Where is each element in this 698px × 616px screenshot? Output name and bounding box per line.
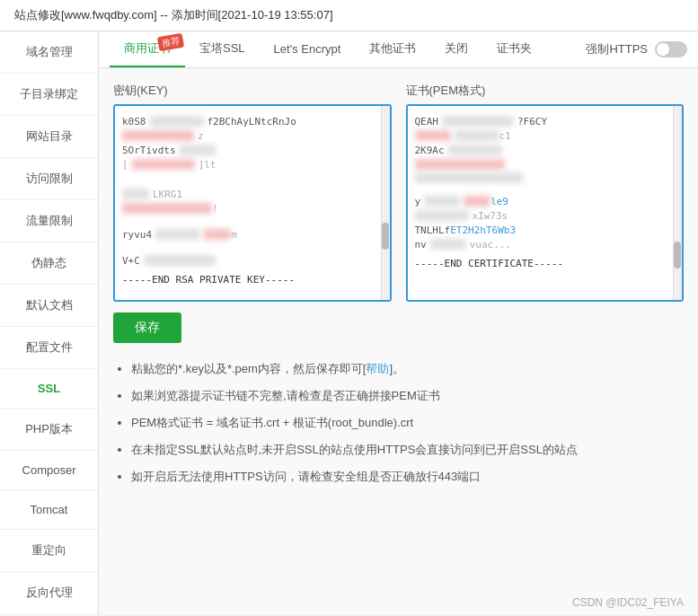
sidebar: 域名管理 子目录绑定 网站目录 访问限制 流量限制 伪静态 默认文档 配置文件 … bbox=[0, 31, 99, 615]
tab-badge: 推荐 bbox=[157, 33, 184, 52]
key-column: 密钥(KEY) k0S8 f2BChAyLNtcRnJo z bbox=[113, 83, 392, 302]
cert-label: 证书(PEM格式) bbox=[406, 83, 685, 99]
title-bar: 站点修改[www.fwqdby.com] -- 添加时间[2021-10-19 … bbox=[0, 0, 698, 31]
key-end-text: -----END RSA PRIVATE KEY----- bbox=[122, 274, 295, 286]
cert-columns: 密钥(KEY) k0S8 f2BChAyLNtcRnJo z bbox=[113, 83, 684, 302]
sidebar-item-domain[interactable]: 域名管理 bbox=[0, 31, 98, 74]
tip-1: 粘贴您的*.key以及*.pem内容，然后保存即可[帮助]。 bbox=[131, 357, 684, 381]
sidebar-item-rewrite[interactable]: 伪静态 bbox=[0, 242, 98, 285]
tips-list: 粘贴您的*.key以及*.pem内容，然后保存即可[帮助]。 如果浏览器提示证书… bbox=[113, 357, 684, 488]
sidebar-item-redirect[interactable]: 重定向 bbox=[0, 530, 98, 572]
tip-5: 如开启后无法使用HTTPS访问，请检查安全组是否正确放行443端口 bbox=[131, 465, 684, 488]
tab-baota-ssl[interactable]: 宝塔SSL bbox=[185, 31, 260, 67]
tab-cert-folder[interactable]: 证书夹 bbox=[482, 31, 546, 67]
key-scrollbar[interactable] bbox=[381, 106, 390, 300]
content-area: 商用证书 推荐 宝塔SSL Let's Encrypt 其他证书 关闭 证书夹 … bbox=[99, 31, 698, 615]
tab-commercial-cert[interactable]: 商用证书 推荐 bbox=[110, 31, 185, 67]
sidebar-item-default-doc[interactable]: 默认文档 bbox=[0, 285, 98, 327]
tip-4: 在未指定SSL默认站点时,未开启SSL的站点使用HTTPS会直接访问到已开启SS… bbox=[131, 438, 684, 462]
save-button[interactable]: 保存 bbox=[113, 312, 181, 343]
sidebar-item-reverse-proxy[interactable]: 反向代理 bbox=[0, 572, 98, 614]
tab-lets-encrypt[interactable]: Let's Encrypt bbox=[260, 33, 356, 66]
force-https-label: 强制HTTPS bbox=[586, 41, 648, 57]
sidebar-item-composer[interactable]: Composer bbox=[0, 451, 98, 490]
sidebar-item-subdir[interactable]: 子目录绑定 bbox=[0, 74, 98, 116]
help-link[interactable]: 帮助 bbox=[366, 362, 389, 375]
cert-scrollbar[interactable] bbox=[673, 106, 682, 300]
tip-3: PEM格式证书 = 域名证书.crt + 根证书(root_bundle).cr… bbox=[131, 411, 684, 435]
cert-textarea[interactable]: QEAH ?F6CY c1 2K9Ac bbox=[408, 106, 683, 300]
tip-2: 如果浏览器提示证书链不完整,请检查是否正确拼接PEM证书 bbox=[131, 384, 684, 408]
sidebar-item-config[interactable]: 配置文件 bbox=[0, 327, 98, 369]
key-textarea[interactable]: k0S8 f2BChAyLNtcRnJo z 5OrTivdts bbox=[115, 106, 390, 300]
sidebar-item-webdir[interactable]: 网站目录 bbox=[0, 116, 98, 158]
sidebar-item-access[interactable]: 访问限制 bbox=[0, 158, 98, 200]
cert-column: 证书(PEM格式) QEAH ?F6CY c1 bbox=[406, 83, 685, 302]
cert-textarea-wrapper[interactable]: QEAH ?F6CY c1 2K9Ac bbox=[406, 104, 685, 302]
sidebar-item-traffic[interactable]: 流量限制 bbox=[0, 200, 98, 242]
cert-area: 密钥(KEY) k0S8 f2BChAyLNtcRnJo z bbox=[99, 68, 698, 506]
sidebar-item-ssl[interactable]: SSL bbox=[0, 369, 98, 409]
force-https-toggle[interactable] bbox=[655, 41, 687, 57]
sidebar-item-php[interactable]: PHP版本 bbox=[0, 409, 98, 451]
watermark: CSDN @IDC02_FEIYA bbox=[572, 596, 684, 609]
key-textarea-wrapper[interactable]: k0S8 f2BChAyLNtcRnJo z 5OrTivdts bbox=[113, 104, 392, 302]
key-label: 密钥(KEY) bbox=[113, 83, 392, 99]
sidebar-item-hotlink[interactable]: 防盗链 bbox=[0, 614, 98, 615]
tab-other-cert[interactable]: 其他证书 bbox=[355, 31, 430, 67]
sidebar-item-tomcat[interactable]: Tomcat bbox=[0, 490, 98, 530]
cert-end-text: -----END CERTIFICATE----- bbox=[415, 258, 564, 269]
tabs-row: 商用证书 推荐 宝塔SSL Let's Encrypt 其他证书 关闭 证书夹 … bbox=[99, 31, 698, 68]
tab-close[interactable]: 关闭 bbox=[430, 31, 482, 67]
title-text: 站点修改[www.fwqdby.com] -- 添加时间[2021-10-19 … bbox=[14, 8, 333, 22]
force-https-container: 强制HTTPS bbox=[586, 41, 687, 57]
